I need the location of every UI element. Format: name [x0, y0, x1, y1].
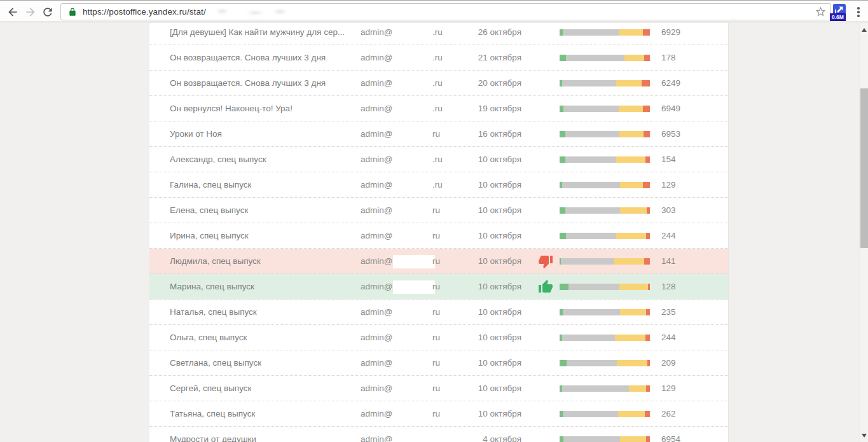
sentiment-bar	[560, 131, 650, 137]
bar-segment-gray	[562, 182, 621, 188]
table-row[interactable]: [Для девушек] Как найти мужчину для сер.…	[149, 23, 728, 45]
table-row[interactable]: Наталья, спец выпуск admin@ ru 10 октябр…	[149, 300, 728, 325]
recipient-count: 6249	[661, 78, 680, 88]
bar-segment-yellow	[616, 233, 646, 239]
sender-email: admin@	[361, 27, 392, 37]
table-row[interactable]: Сергей, спец выпуск admin@ ru 10 октября…	[149, 376, 728, 401]
bar-segment-yellow	[619, 131, 644, 137]
sender-email: admin@	[361, 155, 392, 164]
bar-segment-gray	[567, 360, 617, 366]
bar-segment-red	[646, 436, 650, 442]
table-row[interactable]: Он возвращается. Снова лучших 3 дня admi…	[149, 45, 728, 71]
recipient-count: 303	[661, 205, 676, 215]
sender-email: admin@	[361, 104, 392, 113]
thumbs-up-icon[interactable]	[538, 279, 553, 294]
sender-email-tld: .ru	[432, 104, 443, 113]
sentiment-bar	[560, 156, 650, 163]
bar-segment-red	[645, 156, 650, 163]
email-redaction-box	[393, 255, 435, 268]
sender-email: admin@	[361, 358, 392, 368]
sender-email: admin@	[361, 409, 392, 418]
campaign-title: Александр, спец выпуск	[170, 155, 266, 164]
chrome-menu-button[interactable]	[851, 4, 866, 20]
bar-segment-yellow	[620, 309, 645, 315]
forward-button[interactable]	[22, 4, 39, 20]
thumbs-down-icon[interactable]	[538, 254, 553, 269]
bar-segment-gray	[565, 131, 619, 137]
campaign-title: Галина, спец выпуск	[170, 180, 251, 190]
reload-icon	[41, 6, 54, 18]
table-row[interactable]: Ольга, спец выпуск admin@ ru 10 октября …	[149, 325, 728, 350]
send-date: 10 октября	[448, 155, 521, 164]
recipient-count: 6954	[661, 434, 680, 442]
table-row[interactable]: Елена, спец выпуск admin@ ru 10 октября …	[149, 198, 728, 223]
sentiment-bar	[560, 233, 650, 239]
back-button[interactable]	[4, 4, 21, 20]
bar-segment-yellow	[620, 436, 646, 442]
browser-scrollbar[interactable]	[859, 23, 868, 442]
table-row[interactable]: Галина, спец выпуск admin@ .ru 10 октябр…	[149, 172, 728, 198]
sender-email-tld: ru	[432, 231, 440, 240]
recipient-count: 244	[661, 333, 676, 342]
bar-segment-yellow	[624, 55, 644, 61]
table-row[interactable]: Мудрости от дедушки admin@ 4 октября 695…	[149, 427, 728, 442]
table-row[interactable]: Уроки от Ноя admin@ ru 16 октября 6953	[149, 121, 728, 147]
sender-email: admin@	[361, 307, 392, 317]
recipient-count: 178	[661, 53, 676, 62]
sender-email-tld: ru	[432, 282, 440, 291]
bar-segment-red	[646, 309, 650, 315]
recipient-count: 129	[661, 383, 676, 393]
recipient-count: 129	[661, 180, 676, 190]
table-row[interactable]: Он возвращается. Снова лучших 3 дня admi…	[149, 71, 728, 96]
sentiment-bar	[560, 80, 650, 86]
bar-segment-yellow	[614, 258, 644, 265]
reload-button[interactable]	[39, 4, 56, 20]
bar-segment-green	[560, 55, 566, 61]
table-row[interactable]: Светлана, спец выпуск admin@ ru 10 октяб…	[149, 350, 728, 376]
sender-email-tld: ru	[432, 383, 440, 393]
bar-segment-gray	[563, 309, 620, 315]
scroll-down-icon[interactable]	[862, 434, 867, 438]
recipient-count: 154	[661, 155, 676, 164]
bar-segment-red	[648, 284, 650, 290]
bar-segment-green	[560, 233, 566, 239]
sender-email-tld: ru	[432, 409, 440, 418]
scrollbar-thumb[interactable]	[860, 88, 868, 248]
table-row[interactable]: Марина, спец выпуск admin@ ru 10 октября…	[149, 274, 728, 300]
bar-segment-red	[646, 385, 650, 392]
scroll-up-icon[interactable]	[862, 28, 867, 32]
table-row[interactable]: Ирина, спец выпуск admin@ ru 10 октября …	[149, 223, 728, 249]
campaign-title: [Для девушек] Как найти мужчину для сер.…	[170, 27, 345, 37]
sender-email: admin@	[361, 383, 392, 393]
recipient-count: 128	[661, 282, 676, 291]
sentiment-bar	[560, 55, 650, 61]
bar-segment-red	[644, 55, 650, 61]
address-bar[interactable]: https://postoffice.yandex.ru/stat/	[60, 3, 831, 20]
recipient-count: 6929	[661, 27, 680, 37]
sentiment-bar	[560, 436, 650, 442]
campaign-title: Он возвращается. Снова лучших 3 дня	[170, 53, 326, 62]
table-row[interactable]: Татьяна, спец выпуск admin@ ru 10 октябр…	[149, 401, 728, 427]
bar-segment-red	[645, 411, 650, 417]
send-date: 10 октября	[448, 180, 521, 190]
recipient-count: 262	[661, 409, 676, 418]
bar-segment-yellow	[616, 156, 645, 163]
campaign-title: Он возвращается. Снова лучших 3 дня	[170, 78, 326, 88]
bar-segment-gray	[562, 385, 628, 392]
sender-email: admin@	[361, 282, 392, 291]
lock-icon	[68, 8, 77, 17]
sentiment-bar	[560, 335, 650, 341]
sentiment-bar	[560, 207, 650, 214]
bookmark-star-button[interactable]	[813, 5, 827, 19]
sender-email-tld: .ru	[432, 155, 443, 164]
send-date: 10 октября	[448, 282, 521, 291]
bar-segment-green	[560, 156, 565, 163]
sender-email: admin@	[361, 333, 392, 342]
menu-dots-icon	[857, 7, 860, 10]
campaign-title: Он вернулся! Наконец-то! Ура!	[170, 104, 293, 113]
table-row[interactable]: Александр, спец выпуск admin@ .ru 10 окт…	[149, 147, 728, 172]
table-row[interactable]: Он вернулся! Наконец-то! Ура! admin@ .ru…	[149, 96, 728, 121]
table-row[interactable]: Людмила, спец выпуск admin@ ru 10 октябр…	[149, 249, 728, 274]
bar-segment-green	[560, 284, 568, 290]
campaign-title: Сергей, спец выпуск	[170, 383, 251, 393]
